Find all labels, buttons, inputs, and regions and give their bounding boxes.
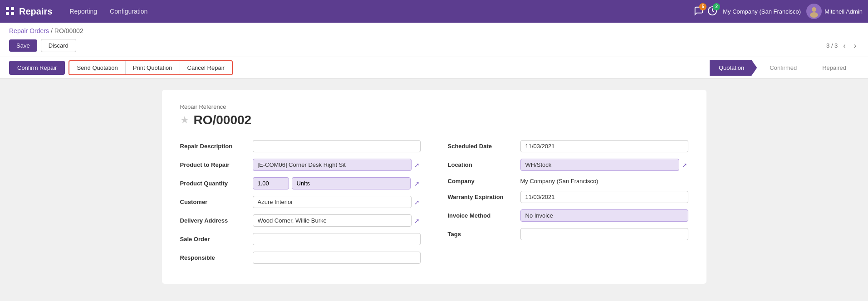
status-step-confirmed[interactable]: Confirmed [757, 60, 809, 76]
product-quantity-unit-select[interactable]: Units [292, 177, 411, 189]
nav-reporting[interactable]: Reporting [63, 0, 103, 23]
print-quotation-button[interactable]: Print Quotation [126, 61, 180, 74]
sale-order-select[interactable] [253, 233, 421, 245]
pagination-prev[interactable]: ‹ [840, 41, 848, 51]
form-grid: Repair Description Product to Repair [E-… [180, 140, 688, 270]
repair-ref-title: ★ RO/00002 [180, 113, 688, 127]
tags-field [520, 228, 688, 240]
scheduled-date-label: Scheduled Date [448, 143, 520, 150]
tags-select[interactable] [520, 228, 688, 240]
responsible-select[interactable] [253, 252, 421, 264]
svg-rect-2 [6, 12, 9, 15]
breadcrumb-current: RO/00002 [54, 27, 83, 34]
responsible-label: Responsible [180, 254, 253, 261]
company-name: My Company (San Francisco) [723, 8, 801, 15]
form-right-col: Scheduled Date 11/03/2021 Location WH/St… [448, 140, 688, 270]
svg-rect-1 [11, 7, 14, 10]
product-to-repair-label: Product to Repair [180, 161, 253, 168]
delivery-address-field: Wood Corner, Willie Burke ➚ [253, 214, 421, 227]
main-content: Repair Reference ★ RO/00002 Repair Descr… [0, 79, 868, 295]
activities-icon-btn[interactable]: 2 [707, 6, 717, 17]
tags-row: Tags [448, 228, 688, 240]
form-card: Repair Reference ★ RO/00002 Repair Descr… [162, 90, 706, 284]
repair-description-label: Repair Description [180, 143, 253, 150]
sale-order-row: Sale Order [180, 233, 421, 245]
messages-badge: 5 [699, 3, 706, 10]
customer-select[interactable]: Azure Interior [253, 196, 412, 208]
repair-ref-number: RO/00002 [194, 113, 252, 127]
repair-description-row: Repair Description [180, 140, 421, 152]
pagination-next[interactable]: › [851, 41, 859, 51]
delivery-address-row: Delivery Address Wood Corner, Willie Bur… [180, 214, 421, 227]
workflow-bar: Confirm Repair Send Quotation Print Quot… [0, 57, 868, 79]
nav-configuration[interactable]: Configuration [103, 0, 154, 23]
status-pipeline: Quotation Confirmed Repaired [710, 60, 859, 76]
warranty-expiration-label: Warranty Expiration [448, 194, 520, 200]
product-to-repair-ext-link[interactable]: ➚ [413, 161, 421, 169]
breadcrumb-separator: / [51, 27, 53, 34]
location-select[interactable]: WH/Stock [520, 159, 679, 171]
sale-order-label: Sale Order [180, 236, 253, 243]
warranty-expiration-row: Warranty Expiration 11/03/2021 [448, 191, 688, 203]
grid-menu-icon[interactable] [5, 6, 15, 17]
favorite-icon[interactable]: ★ [180, 114, 189, 126]
cancel-repair-button[interactable]: Cancel Repair [180, 61, 232, 74]
invoice-method-select[interactable]: No Invoice [520, 209, 688, 222]
product-to-repair-row: Product to Repair [E-COM06] Corner Desk … [180, 159, 421, 171]
pagination: 3 / 3 ‹ › [826, 41, 859, 51]
location-row: Location WH/Stock ➚ [448, 159, 688, 171]
svg-point-6 [810, 12, 818, 18]
customer-ext-link[interactable]: ➚ [413, 199, 421, 206]
workflow-actions-group: Send Quotation Print Quotation Cancel Re… [69, 60, 232, 75]
save-button[interactable]: Save [9, 39, 37, 52]
product-quantity-label: Product Quantity [180, 180, 253, 187]
product-quantity-field: Units ➚ [253, 177, 421, 189]
company-label: Company [448, 178, 520, 184]
scheduled-date-row: Scheduled Date 11/03/2021 [448, 140, 688, 152]
company-field: My Company (San Francisco) [520, 177, 688, 184]
warranty-expiration-field: 11/03/2021 [520, 191, 688, 203]
tags-label: Tags [448, 231, 520, 238]
product-quantity-row: Product Quantity Units ➚ [180, 177, 421, 189]
repair-ref-label: Repair Reference [180, 103, 688, 110]
company-row: Company My Company (San Francisco) [448, 177, 688, 184]
status-step-quotation[interactable]: Quotation [710, 60, 757, 76]
location-ext-link[interactable]: ➚ [681, 161, 688, 169]
company-value: My Company (San Francisco) [520, 175, 598, 187]
svg-point-5 [812, 7, 816, 12]
location-label: Location [448, 161, 520, 168]
customer-row: Customer Azure Interior ➚ [180, 196, 421, 208]
invoice-method-label: Invoice Method [448, 212, 520, 219]
username[interactable]: Mitchell Admin [824, 8, 863, 15]
svg-rect-3 [11, 12, 14, 15]
delivery-address-select[interactable]: Wood Corner, Willie Burke [253, 214, 412, 227]
send-quotation-button[interactable]: Send Quotation [69, 61, 125, 74]
form-left-col: Repair Description Product to Repair [E-… [180, 140, 421, 270]
units-ext-link[interactable]: ➚ [413, 177, 421, 189]
status-step-repaired[interactable]: Repaired [809, 60, 859, 76]
customer-label: Customer [180, 199, 253, 205]
product-to-repair-field: [E-COM06] Corner Desk Right Sit ➚ [253, 159, 421, 171]
scheduled-date-select[interactable]: 11/03/2021 [520, 140, 688, 152]
sale-order-field [253, 233, 421, 245]
delivery-address-ext-link[interactable]: ➚ [413, 217, 421, 224]
topnav-icons: 5 2 [694, 6, 717, 17]
user-avatar[interactable] [806, 4, 822, 19]
activities-badge: 2 [713, 3, 720, 10]
product-to-repair-select[interactable]: [E-COM06] Corner Desk Right Sit [253, 159, 412, 171]
repair-description-field [253, 140, 421, 152]
repair-description-input[interactable] [253, 140, 421, 152]
responsible-field [253, 252, 421, 264]
delivery-address-label: Delivery Address [180, 217, 253, 224]
warranty-expiration-select[interactable]: 11/03/2021 [520, 191, 688, 203]
scheduled-date-field: 11/03/2021 [520, 140, 688, 152]
product-quantity-input[interactable] [253, 177, 289, 189]
app-brand: Repairs [19, 6, 52, 17]
discard-button[interactable]: Discard [41, 39, 76, 52]
confirm-repair-button[interactable]: Confirm Repair [9, 61, 65, 75]
invoice-method-field: No Invoice [520, 209, 688, 222]
topnav: Repairs Reporting Configuration 5 2 My C… [0, 0, 868, 23]
pagination-count: 3 / 3 [826, 42, 838, 49]
breadcrumb-parent[interactable]: Repair Orders [9, 27, 49, 34]
messages-icon-btn[interactable]: 5 [694, 6, 704, 17]
